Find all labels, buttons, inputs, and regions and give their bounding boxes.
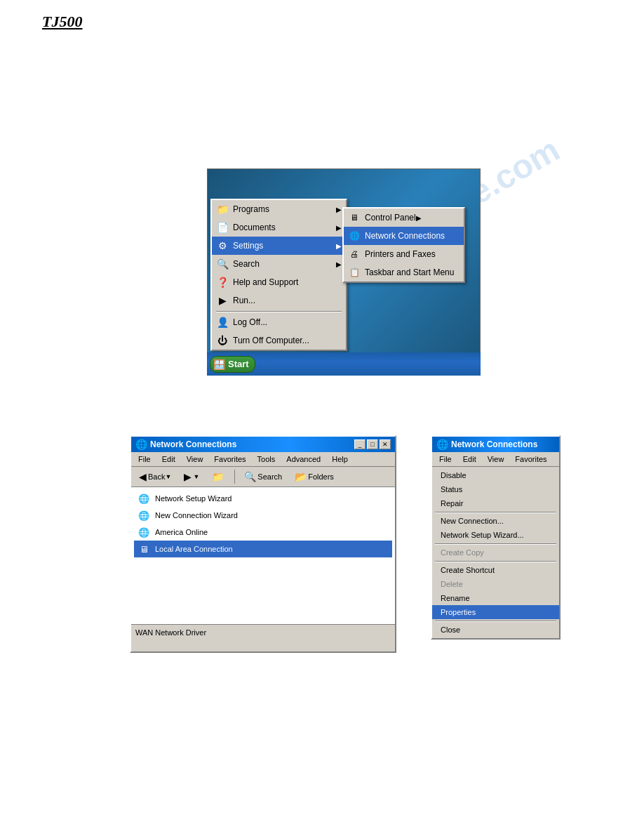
printers-label: Printers and Faxes	[365, 249, 436, 259]
toolbar-sep-1	[234, 470, 235, 484]
nc-left-folders-btn[interactable]: 📂 Folders	[290, 469, 339, 484]
nc-right-menu-file[interactable]: File	[435, 454, 456, 465]
settings-icon: ⚙	[216, 239, 229, 252]
taskbar-icon: 📋	[348, 266, 361, 279]
nc-left-statusbar: WAN Network Driver	[131, 624, 395, 640]
nc-left-close-btn[interactable]: ✕	[380, 439, 391, 449]
start-button-icon: 🪟	[213, 359, 225, 370]
new-conn-wizard-label: New Connection Wizard	[155, 511, 238, 519]
nc-left-toolbar: ◀ Back ▼ ▶ ▼ 📁 🔍 Search 📂 Folders	[131, 467, 395, 487]
menu-item-search[interactable]: 🔍 Search ▶	[212, 255, 346, 273]
setup-wizard-label: Network Setup Wizard	[155, 494, 232, 503]
programs-icon: 📁	[216, 203, 229, 216]
start-button-label: Start	[228, 359, 249, 369]
conn-item-local-area[interactable]: 🖥 Local Area Connection	[134, 541, 392, 557]
logo: TJ500	[42, 13, 82, 31]
menu-item-settings[interactable]: ⚙ Settings ▶	[212, 237, 346, 255]
ctx-sep-4	[435, 621, 556, 621]
help-icon: ❓	[216, 276, 229, 289]
ctx-rename[interactable]: Rename	[432, 591, 559, 605]
menu-item-programs[interactable]: 📁 Programs ▶	[212, 200, 346, 218]
menu-item-logoff[interactable]: 👤 Log Off...	[212, 313, 346, 331]
menu-item-documents[interactable]: 📄 Documents ▶	[212, 218, 346, 237]
folders-toolbar-icon: 📂	[295, 471, 307, 482]
conn-item-setup-wizard[interactable]: 🌐 Network Setup Wizard	[134, 490, 392, 507]
nc-right-title-icon: 🌐	[436, 439, 448, 450]
menu-item-run[interactable]: ▶ Run...	[212, 291, 346, 310]
logo-text: TJ500	[42, 13, 82, 30]
settings-label: Settings	[233, 241, 336, 251]
america-online-label: America Online	[155, 528, 208, 536]
nc-window-right: 🌐 Network Connections File Edit View Fav…	[431, 435, 561, 640]
menu-item-turnoff[interactable]: ⏻ Turn Off Computer...	[212, 331, 346, 350]
logoff-label: Log Off...	[233, 317, 342, 327]
control-panel-arrow: ▶	[416, 214, 422, 222]
start-button[interactable]: 🪟 Start	[210, 356, 255, 373]
submenu-taskbar-start[interactable]: 📋 Taskbar and Start Menu	[344, 263, 464, 282]
nc-left-titlebar: 🌐 Network Connections _ □ ✕	[131, 437, 395, 452]
nc-right-menubar: File Edit View Favorites	[432, 452, 559, 467]
ctx-sep-2	[435, 543, 556, 544]
nc-left-menu-view[interactable]: View	[182, 454, 208, 465]
network-connections-label: Network Connections	[365, 231, 445, 241]
menu-separator-1	[216, 311, 342, 312]
printers-icon: 🖨	[348, 248, 361, 260]
conn-item-america-online[interactable]: 🌐 America Online	[134, 524, 392, 541]
back-label: Back	[148, 472, 165, 481]
nc-left-forward-btn[interactable]: ▶ ▼	[179, 469, 204, 484]
submenu-printers-faxes[interactable]: 🖨 Printers and Faxes	[344, 245, 464, 263]
ctx-close[interactable]: Close	[432, 623, 559, 637]
start-menu-screenshot: 📁 Programs ▶ 📄 Documents ▶ ⚙ Settings ▶ …	[207, 168, 481, 376]
conn-item-new-conn-wizard[interactable]: 🌐 New Connection Wizard	[134, 507, 392, 524]
nc-left-menu-favorites[interactable]: Favorites	[210, 454, 250, 465]
setup-wizard-icon: 🌐	[137, 492, 151, 505]
programs-label: Programs	[233, 204, 336, 214]
submenu-control-panel[interactable]: 🖥 Control Panel ▶	[344, 208, 464, 227]
ctx-disable[interactable]: Disable	[432, 468, 559, 482]
nc-right-context-menu: Disable Status Repair New Connection... …	[432, 467, 559, 638]
nc-left-minimize-btn[interactable]: _	[354, 439, 365, 449]
nc-left-menu-help[interactable]: Help	[328, 454, 352, 465]
nc-left-search-btn[interactable]: 🔍 Search	[239, 469, 287, 484]
america-online-icon: 🌐	[137, 526, 151, 538]
ctx-properties[interactable]: Properties	[432, 605, 559, 619]
ctx-new-connection[interactable]: New Connection...	[432, 514, 559, 528]
ctx-network-setup-wizard[interactable]: Network Setup Wizard...	[432, 528, 559, 542]
nc-right-menu-view[interactable]: View	[483, 454, 509, 465]
network-connections-icon: 🌐	[348, 230, 361, 242]
folder-icon: 📁	[212, 471, 224, 482]
nc-right-menu-edit[interactable]: Edit	[459, 454, 481, 465]
documents-label: Documents	[233, 223, 336, 232]
ctx-repair[interactable]: Repair	[432, 496, 559, 510]
search-arrow: ▶	[336, 260, 342, 268]
ctx-create-copy: Create Copy	[432, 545, 559, 560]
nc-left-title-icon: 🌐	[135, 439, 147, 450]
nc-left-back-btn[interactable]: ◀ Back ▼	[134, 469, 176, 484]
turnoff-label: Turn Off Computer...	[233, 336, 342, 345]
submenu-network-connections[interactable]: 🌐 Network Connections	[344, 227, 464, 245]
nc-left-content: 🌐 Network Setup Wizard 🌐 New Connection …	[131, 487, 395, 624]
nc-left-menubar: File Edit View Favorites Tools Advanced …	[131, 452, 395, 467]
programs-arrow: ▶	[336, 206, 342, 213]
nc-left-menu-advanced[interactable]: Advanced	[282, 454, 325, 465]
nc-left-menu-tools[interactable]: Tools	[253, 454, 280, 465]
nc-left-maximize-btn[interactable]: □	[367, 439, 378, 449]
nc-right-menu-favorites[interactable]: Favorites	[511, 454, 551, 465]
settings-arrow: ▶	[336, 242, 342, 250]
ctx-status[interactable]: Status	[432, 482, 559, 496]
nc-right-titlebar: 🌐 Network Connections	[432, 437, 559, 452]
nc-left-titlebar-controls: _ □ ✕	[354, 439, 391, 449]
nc-left-folder-btn[interactable]: 📁	[207, 469, 230, 484]
folders-toolbar-label: Folders	[308, 472, 334, 481]
menu-item-help[interactable]: ❓ Help and Support	[212, 273, 346, 291]
run-icon: ▶	[216, 294, 229, 307]
documents-arrow: ▶	[336, 224, 342, 232]
settings-submenu: 🖥 Control Panel ▶ 🌐 Network Connections …	[342, 207, 465, 283]
ctx-create-shortcut[interactable]: Create Shortcut	[432, 563, 559, 577]
nc-right-title-text: Network Connections	[451, 439, 555, 449]
help-label: Help and Support	[233, 277, 342, 287]
nc-left-menu-edit[interactable]: Edit	[158, 454, 180, 465]
search-toolbar-label: Search	[257, 472, 282, 481]
control-panel-icon: 🖥	[348, 211, 361, 224]
nc-left-menu-file[interactable]: File	[134, 454, 155, 465]
